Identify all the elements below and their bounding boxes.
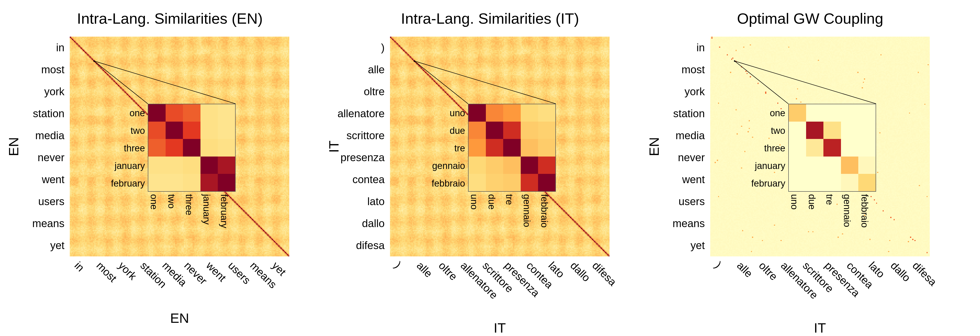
y-tick: ) [381, 42, 385, 54]
inset-x-tick: due [486, 194, 497, 210]
y-tick: went [42, 173, 64, 186]
inset-x-tick: tre [504, 194, 514, 205]
inset-y-tick: one [129, 108, 145, 118]
y-tick: allenatore [337, 107, 385, 120]
y-tick: means [673, 217, 705, 230]
x-axis-label: IT [710, 320, 930, 336]
heatmap-area: unoduetregennaiofebbraio unoduetregennai… [390, 37, 609, 256]
y-tick: yet [690, 239, 705, 251]
x-tick: alle [734, 259, 755, 280]
panel-en: Intra-Lang. Similarities (EN) EN onetwot… [16, 10, 323, 326]
x-tick: dallo [888, 259, 913, 284]
inset-x-tick: tre [824, 194, 835, 205]
inset-y-tick: february [111, 178, 145, 189]
inset-y-tick: january [755, 161, 785, 171]
inset-x-tick: uno [789, 194, 800, 210]
inset-y-tick: two [130, 125, 145, 136]
inset-y-tick: january [115, 161, 145, 171]
x-tick: oltre [756, 259, 780, 283]
panel-title: Optimal GW Coupling [657, 10, 964, 27]
y-tick: media [35, 130, 64, 142]
inset-x-tick: gennaio [842, 194, 852, 227]
inset-x-tick: gennaio [522, 194, 532, 227]
y-tick: went [682, 173, 705, 186]
panel-title: Intra-Lang. Similarities (EN) [16, 10, 323, 27]
y-tick: york [44, 85, 64, 98]
x-tick: went [204, 259, 229, 284]
inset-x-tick: febbraio [859, 194, 870, 227]
panel-gw: Optimal GW Coupling EN onetwothreejanuar… [657, 10, 964, 326]
y-tick: difesa [356, 239, 385, 251]
y-tick: media [676, 130, 705, 142]
x-axis-ticks: )alleoltreallenatorescrittorepresenzacon… [390, 256, 609, 310]
inset-x-tick: one [148, 194, 159, 210]
y-tick: never [678, 151, 705, 163]
inset-x-tick: febbraio [539, 194, 549, 227]
y-tick: york [685, 85, 705, 98]
x-tick: in [72, 259, 87, 274]
x-axis-label: EN [70, 310, 289, 326]
x-tick: most [94, 259, 119, 285]
panel-title: Intra-Lang. Similarities (IT) [336, 10, 644, 27]
y-tick: scrittore [347, 130, 385, 142]
inset-y-tick: one [770, 108, 785, 118]
y-tick: dallo [362, 217, 385, 230]
inset-x-tick: two [166, 194, 177, 208]
y-tick: means [32, 217, 64, 230]
x-tick: users [226, 259, 253, 286]
inset-x-tick: january [201, 194, 212, 225]
x-tick: ) [393, 259, 404, 270]
inset-y-tick: three [764, 143, 785, 154]
y-tick: station [673, 107, 705, 120]
inset-x-tick: three [184, 194, 194, 215]
x-axis-ticks: )alleoltreallenatorescrittorepresenzacon… [710, 256, 930, 310]
y-tick: users [38, 195, 65, 208]
y-tick: contea [352, 173, 385, 186]
y-axis-ticks: )alleoltreallenatorescrittorepresenzacon… [336, 37, 388, 256]
y-tick: never [38, 151, 64, 163]
inset-y-tick: february [751, 178, 785, 189]
heatmap-area: onetwothreejanuaryfebruary unoduetregenn… [710, 37, 930, 256]
y-axis-ticks: inmostyorkstationmedianeverwentusersmean… [657, 37, 708, 256]
y-tick: alle [368, 64, 385, 76]
inset-y-tick: due [450, 125, 465, 136]
figure: Intra-Lang. Similarities (EN) EN onetwot… [0, 0, 980, 336]
x-tick: difesa [590, 259, 619, 288]
x-axis-label: IT [390, 320, 609, 336]
x-tick: york [116, 259, 139, 282]
x-tick: ) [713, 259, 724, 270]
inset-heatmap: onetwothreejanuaryfebruary onetwothreeja… [148, 104, 235, 192]
x-tick: oltre [436, 259, 460, 283]
y-tick: presenza [340, 151, 385, 163]
inset-x-tick: due [807, 194, 817, 210]
inset-heatmap: onetwothreejanuaryfebruary unoduetregenn… [788, 104, 876, 192]
inset-x-tick: uno [469, 194, 479, 210]
y-tick: oltre [364, 85, 385, 98]
inset-y-tick: tre [454, 143, 465, 154]
y-tick: in [696, 42, 705, 54]
inset-y-tick: two [771, 125, 785, 136]
y-tick: station [33, 107, 65, 120]
inset-y-tick: three [124, 143, 145, 154]
y-tick: most [41, 64, 64, 76]
y-axis-ticks: inmostyorkstationmedianeverwentusersmean… [16, 37, 67, 256]
inset-y-tick: febbraio [432, 178, 465, 189]
y-tick: most [681, 64, 705, 76]
y-tick: users [679, 195, 705, 208]
inset-x-tick: february [219, 194, 229, 228]
panel-it: Intra-Lang. Similarities (IT) IT unoduet… [336, 10, 644, 326]
x-tick: difesa [910, 259, 939, 288]
inset-y-tick: uno [450, 108, 465, 118]
y-tick: in [56, 42, 64, 54]
x-axis-ticks: inmostyorkstationmedianeverwentusersmean… [70, 256, 289, 310]
heatmap-area: onetwothreejanuaryfebruary onetwothreeja… [70, 37, 289, 256]
y-tick: lato [368, 195, 385, 208]
x-tick: alle [414, 259, 435, 280]
y-tick: yet [50, 239, 65, 251]
inset-heatmap: unoduetregennaiofebbraio unoduetregennai… [468, 104, 556, 192]
x-tick: yet [270, 259, 288, 278]
x-tick: dallo [568, 259, 593, 284]
inset-y-tick: gennaio [432, 161, 465, 171]
